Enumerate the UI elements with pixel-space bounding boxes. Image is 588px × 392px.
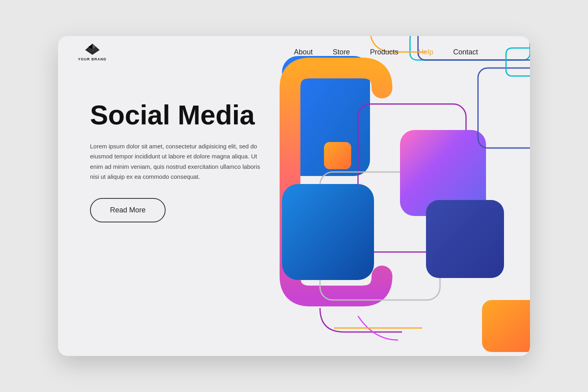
svg-rect-7: [358, 104, 466, 252]
hero-title: Social Media: [90, 100, 266, 130]
svg-rect-12: [400, 130, 486, 216]
nav-store[interactable]: Store: [333, 48, 350, 56]
nav-about[interactable]: About: [294, 48, 313, 56]
brand-logo[interactable]: YOUR BRAND: [78, 43, 106, 61]
navbar: YOUR BRAND About Store Products Help Con…: [58, 36, 530, 68]
nav-help[interactable]: Help: [418, 48, 433, 56]
svg-rect-13: [426, 200, 504, 278]
nav-products[interactable]: Products: [370, 48, 398, 56]
landing-card: YOUR BRAND About Store Products Help Con…: [58, 36, 530, 356]
hero-body: Lorem ipsum dolor sit amet, consectetur …: [90, 141, 266, 182]
nav-contact[interactable]: Contact: [453, 48, 478, 56]
decorative-shapes: [258, 36, 530, 356]
svg-rect-9: [324, 142, 351, 169]
svg-rect-11: [282, 184, 374, 280]
hero-section: Social Media Lorem ipsum dolor sit amet,…: [90, 100, 266, 222]
svg-rect-14: [482, 300, 530, 352]
svg-rect-16: [478, 68, 530, 148]
svg-rect-6: [282, 56, 370, 176]
svg-rect-8: [320, 172, 440, 300]
read-more-button[interactable]: Read More: [90, 198, 166, 222]
brand-name: YOUR BRAND: [78, 57, 106, 61]
svg-rect-10: [324, 215, 351, 242]
nav-links: About Store Products Help Contact: [294, 48, 478, 56]
